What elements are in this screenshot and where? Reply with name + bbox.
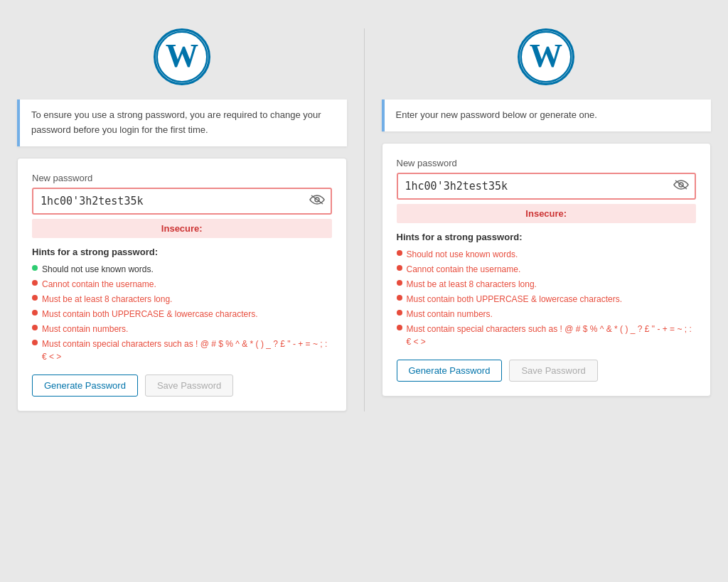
hint-text: Must contain special characters such as … <box>407 323 697 348</box>
password-input-left[interactable] <box>32 188 332 215</box>
insecure-badge-left: Insecure: <box>32 219 332 238</box>
info-box-left: To ensure you use a strong password, you… <box>17 99 347 146</box>
generate-password-button-left[interactable]: Generate Password <box>32 374 138 397</box>
password-input-right[interactable] <box>397 173 697 200</box>
list-item: Must be at least 8 characters long. <box>397 278 697 291</box>
save-password-button-right[interactable]: Save Password <box>509 360 597 382</box>
wordpress-logo-right: W <box>518 28 574 85</box>
info-text-left: To ensure you use a strong password, you… <box>31 109 321 135</box>
list-item: Cannot contain the username. <box>397 263 697 276</box>
insecure-label-right: Insecure: <box>525 208 567 219</box>
insecure-label-left: Insecure: <box>161 223 203 234</box>
generate-password-button-right[interactable]: Generate Password <box>397 360 503 382</box>
list-item: Should not use known words. <box>397 248 697 261</box>
save-password-button-left[interactable]: Save Password <box>145 374 233 397</box>
hint-text: Cannot contain the username. <box>407 263 521 276</box>
right-panel: W Enter your new password below or gener… <box>365 14 729 426</box>
hint-bullet <box>32 265 38 271</box>
left-panel: W To ensure you use a strong password, y… <box>0 14 364 426</box>
list-item: Should not use known words. <box>32 263 332 276</box>
toggle-visibility-right[interactable] <box>673 179 689 193</box>
hint-bullet <box>397 280 402 286</box>
list-item: Must contain both UPPERCASE & lowercase … <box>397 293 697 306</box>
hint-text: Should not use known words. <box>407 248 518 261</box>
card-buttons-left: Generate Password Save Password <box>32 374 332 397</box>
card-right: New password Insecure: Hints for a stron… <box>382 143 712 397</box>
hint-text: Must contain both UPPERCASE & lowercase … <box>407 293 622 306</box>
hint-text: Must contain both UPPERCASE & lowercase … <box>42 308 257 320</box>
list-item: Must be at least 8 characters long. <box>32 293 332 306</box>
field-label-right: New password <box>397 158 697 168</box>
hint-bullet <box>397 310 402 316</box>
password-field-left <box>32 188 332 215</box>
hints-title-left: Hints for a strong password: <box>32 247 332 257</box>
hint-bullet <box>32 295 38 301</box>
card-buttons-right: Generate Password Save Password <box>397 360 697 382</box>
info-box-right: Enter your new password below or generat… <box>382 99 712 131</box>
hints-title-right: Hints for a strong password: <box>397 232 697 242</box>
hint-bullet <box>32 340 38 345</box>
page-wrapper: W To ensure you use a strong password, y… <box>0 14 728 426</box>
list-item: Must contain numbers. <box>32 323 332 335</box>
insecure-badge-right: Insecure: <box>397 204 697 223</box>
hint-text: Must contain numbers. <box>42 323 128 335</box>
hint-text: Cannot contain the username. <box>42 278 156 291</box>
list-item: Must contain numbers. <box>397 308 697 320</box>
hint-text: Must be at least 8 characters long. <box>42 293 172 306</box>
list-item: Cannot contain the username. <box>32 278 332 291</box>
svg-text:W: W <box>166 38 198 74</box>
toggle-visibility-left[interactable] <box>309 194 325 208</box>
hint-bullet <box>397 325 402 330</box>
info-text-right: Enter your new password below or generat… <box>396 109 597 120</box>
hints-list-right: Should not use known words.Cannot contai… <box>397 248 697 348</box>
svg-text:W: W <box>530 38 562 74</box>
hint-text: Must contain numbers. <box>407 308 493 320</box>
hint-bullet <box>397 295 402 301</box>
hint-bullet <box>32 325 38 330</box>
hint-text: Must be at least 8 characters long. <box>407 278 537 291</box>
hint-bullet <box>32 310 38 316</box>
hint-bullet <box>32 280 38 286</box>
list-item: Must contain both UPPERCASE & lowercase … <box>32 308 332 320</box>
password-field-right <box>397 173 697 200</box>
wordpress-logo-left: W <box>154 28 210 85</box>
card-left: New password Insecure: Hints for a stron… <box>17 158 347 411</box>
hint-text: Must contain special characters such as … <box>42 338 332 363</box>
list-item: Must contain special characters such as … <box>32 338 332 363</box>
hint-bullet <box>397 265 402 271</box>
hint-text: Should not use known words. <box>42 263 154 276</box>
hints-list-left: Should not use known words.Cannot contai… <box>32 263 332 363</box>
hint-bullet <box>397 250 402 256</box>
list-item: Must contain special characters such as … <box>397 323 697 348</box>
field-label-left: New password <box>32 173 332 183</box>
